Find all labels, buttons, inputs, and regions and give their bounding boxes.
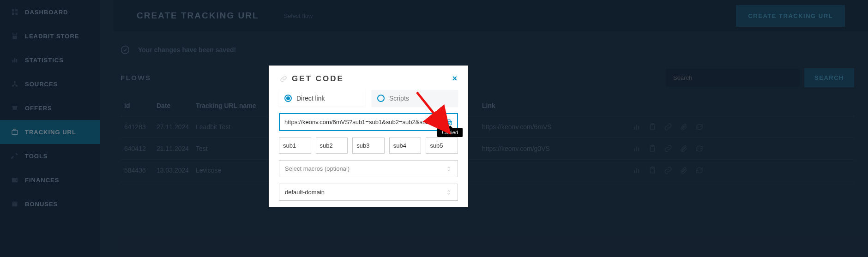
- modal-tabs: Direct link Scripts: [269, 90, 468, 113]
- sub1-input[interactable]: [279, 137, 311, 154]
- select-placeholder: Select macros (optional): [285, 165, 350, 172]
- get-code-modal: GET CODE × Direct link Scripts Copied Se…: [269, 66, 468, 207]
- close-icon[interactable]: ×: [452, 74, 457, 84]
- sub4-input[interactable]: [389, 137, 422, 154]
- domain-select[interactable]: default-domain: [279, 184, 458, 201]
- tab-label: Scripts: [389, 95, 409, 102]
- sub-fields: [279, 137, 458, 154]
- sub2-input[interactable]: [316, 137, 348, 154]
- generated-url-input[interactable]: [279, 113, 441, 131]
- macros-select[interactable]: Select macros (optional): [279, 160, 458, 177]
- sub3-input[interactable]: [352, 137, 385, 154]
- copy-button[interactable]: Copied: [441, 113, 458, 131]
- sub5-input[interactable]: [426, 137, 458, 154]
- tab-label: Direct link: [296, 95, 325, 102]
- link-icon: [280, 75, 287, 83]
- copy-icon: [446, 119, 453, 126]
- url-row: Copied: [279, 113, 458, 131]
- select-value: default-domain: [285, 189, 325, 196]
- tab-direct-link[interactable]: Direct link: [279, 90, 365, 107]
- tab-scripts[interactable]: Scripts: [372, 90, 458, 107]
- modal-title: GET CODE: [292, 74, 344, 84]
- chevron-updown-icon: [446, 166, 452, 172]
- radio-on-icon: [284, 95, 292, 102]
- copied-tooltip: Copied: [437, 128, 463, 137]
- radio-off-icon: [377, 95, 385, 102]
- chevron-updown-icon: [446, 189, 452, 196]
- modal-header: GET CODE ×: [269, 66, 468, 90]
